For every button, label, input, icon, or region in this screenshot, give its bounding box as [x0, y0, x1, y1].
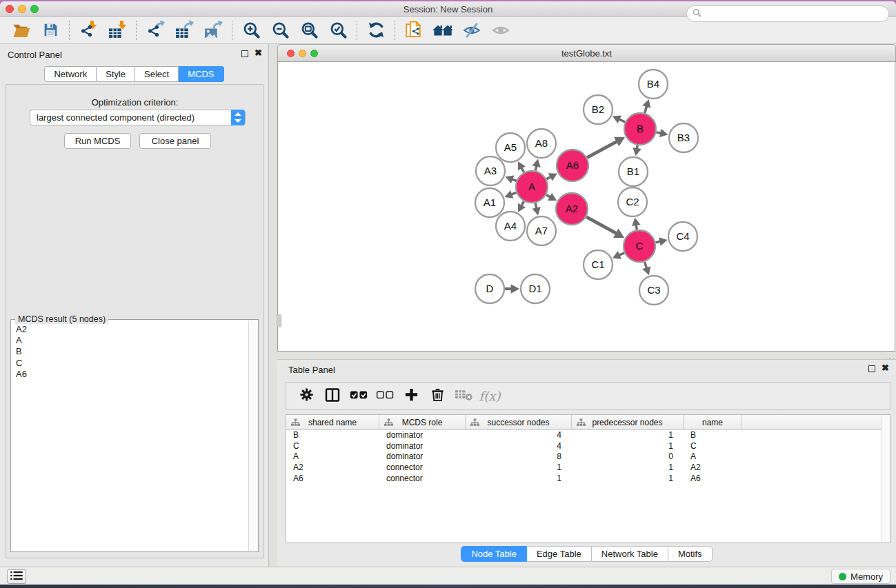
edge-A6-B[interactable]: [587, 141, 617, 158]
table-row[interactable]: Adominator80A: [286, 452, 890, 463]
optimization-criterion-dropdown[interactable]: largest connected component (directed): [30, 110, 246, 125]
memory-status-icon: [839, 573, 846, 580]
mcds-result-item[interactable]: B: [12, 346, 248, 357]
tab-network[interactable]: Network: [44, 66, 97, 82]
mcds-result-item[interactable]: A: [12, 335, 248, 346]
edge-B-B3[interactable]: [657, 132, 661, 133]
close-panel-button[interactable]: Close panel: [139, 133, 211, 149]
table-x-icon: [455, 388, 473, 405]
edge-arrowhead: [532, 159, 540, 168]
node-label-A1: A1: [484, 196, 496, 208]
run-mcds-button[interactable]: Run MCDS: [64, 133, 131, 149]
edge-C-C3[interactable]: [644, 262, 646, 268]
hide-selected-button[interactable]: [457, 19, 486, 42]
zoom-in-button[interactable]: [237, 19, 266, 42]
close-table-panel-icon[interactable]: ✖: [882, 363, 889, 373]
table-scrollbar[interactable]: [881, 415, 890, 543]
column-header-predecessor-nodes[interactable]: predecessor nodes: [572, 415, 684, 429]
column-header-successor-nodes[interactable]: successor nodes: [466, 415, 572, 429]
save-session-button[interactable]: [36, 19, 65, 42]
tab-network-table[interactable]: Network Table: [592, 546, 668, 562]
mcds-result-box: MCDS result (5 nodes) A2ABCA6: [10, 319, 259, 552]
tab-mcds[interactable]: MCDS: [179, 66, 223, 82]
deselect-all-rows-button[interactable]: [372, 385, 398, 407]
network-canvas[interactable]: B4B2BB3A5A8A6B1A3AA1C2A2A4A7C4CC1C3DD1: [277, 62, 895, 352]
close-panel-icon[interactable]: ✖: [255, 48, 262, 58]
network-from-selection-button[interactable]: [399, 19, 428, 42]
table-panel: Table Panel ✖ f(x) shared nameMCDS roles…: [277, 359, 896, 567]
table-cell: A2: [286, 463, 379, 474]
table-cell: A6: [684, 474, 742, 485]
open-session-button[interactable]: [7, 19, 36, 42]
search-input[interactable]: [701, 9, 888, 19]
float-table-panel-icon[interactable]: [868, 365, 875, 372]
node-label-C2: C2: [626, 196, 639, 207]
save-icon: [42, 21, 59, 39]
result-scrollbar[interactable]: [248, 321, 257, 551]
tab-style[interactable]: Style: [97, 66, 135, 82]
table-row[interactable]: Bdominator41B: [286, 430, 890, 441]
home-view-button[interactable]: [428, 19, 457, 42]
import-network-button[interactable]: [74, 19, 103, 42]
refresh-layout-button[interactable]: [361, 19, 390, 42]
edge-B-B2[interactable]: [619, 119, 625, 122]
search-box[interactable]: [686, 6, 889, 22]
edge-C-C4[interactable]: [655, 241, 660, 243]
edge-C-C2[interactable]: [636, 225, 637, 230]
edge-A-A7[interactable]: [535, 203, 537, 208]
column-header-name[interactable]: name: [684, 415, 742, 429]
float-panel-icon[interactable]: [241, 50, 248, 57]
tab-motifs[interactable]: Motifs: [668, 546, 713, 562]
tab-select[interactable]: Select: [135, 66, 179, 82]
zoom-out-button[interactable]: [266, 19, 295, 42]
import-table-button[interactable]: [103, 19, 132, 42]
export-table-button[interactable]: [170, 19, 199, 42]
select-all-rows-button[interactable]: [346, 385, 372, 407]
add-column-button[interactable]: [398, 385, 424, 407]
edge-arrowhead: [642, 99, 650, 108]
edge-A-A6[interactable]: [546, 176, 550, 179]
table-row[interactable]: A6connector11A6: [286, 474, 890, 485]
table-row[interactable]: Cdominator41C: [286, 441, 890, 452]
column-label: successor nodes: [487, 418, 549, 427]
export-image-button[interactable]: [199, 19, 228, 42]
table-cell: 4: [466, 430, 572, 441]
zoom-selected-button[interactable]: [323, 19, 352, 42]
tab-edge-table[interactable]: Edge Table: [527, 546, 592, 562]
column-header-MCDS-role[interactable]: MCDS role: [379, 415, 466, 429]
sitemap-icon: [470, 418, 479, 429]
folder-open-icon: [12, 21, 31, 39]
table-row[interactable]: A2connector11A2: [286, 463, 890, 474]
zoom-in-icon: [242, 21, 261, 39]
tab-node-table[interactable]: Node Table: [461, 546, 527, 562]
edge-A-A8[interactable]: [535, 166, 537, 171]
checks-on-icon: [349, 388, 368, 405]
edge-A-A4[interactable]: [521, 201, 524, 206]
edge-A-A5[interactable]: [521, 168, 524, 172]
delete-column-button[interactable]: [424, 385, 450, 407]
edge-B-B4[interactable]: [645, 106, 647, 113]
zoom-fit-button[interactable]: [295, 19, 323, 42]
edge-A-A1[interactable]: [511, 192, 516, 194]
edge-arrowhead: [659, 237, 668, 245]
edge-C-C1[interactable]: [619, 253, 625, 255]
canvas-vertical-scroll-thumb[interactable]: [277, 314, 281, 327]
export-network-button[interactable]: [141, 19, 170, 42]
edge-A-A2[interactable]: [546, 195, 550, 197]
toolbar-separator: [69, 21, 70, 40]
network-window-title-bar[interactable]: testGlobe.txt: [277, 44, 896, 62]
table-settings-button[interactable]: [293, 385, 319, 407]
edge-A-A3[interactable]: [512, 179, 516, 181]
gear-icon: [299, 387, 315, 405]
task-history-button[interactable]: [7, 569, 26, 584]
toggle-column-view-button[interactable]: [319, 385, 346, 407]
mcds-result-item[interactable]: A6: [12, 369, 248, 380]
column-header-shared-name[interactable]: shared name: [286, 415, 379, 429]
memory-button[interactable]: Memory: [831, 569, 890, 584]
edge-A2-C[interactable]: [586, 217, 617, 234]
mcds-result-item[interactable]: C: [12, 358, 248, 369]
table-cell: A6: [286, 474, 379, 485]
mcds-result-item[interactable]: A2: [12, 324, 248, 335]
table-cell: 1: [572, 474, 684, 485]
status-bar: Memory: [0, 567, 896, 585]
